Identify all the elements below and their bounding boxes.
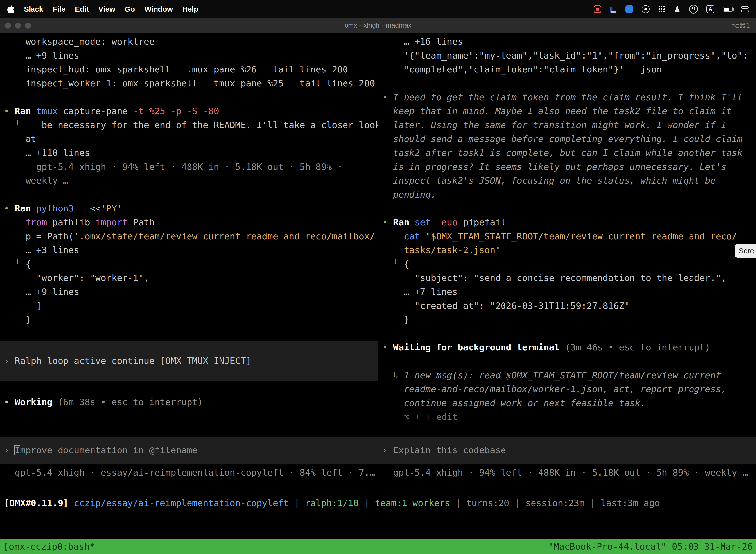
battery-percent-badge[interactable]: 61 [689, 5, 698, 14]
terminal-line [0, 188, 378, 202]
terminal-line: should send a message before completing … [378, 132, 756, 146]
terminal-line: • Ran set -euo pipefail [378, 215, 756, 229]
text-segment: … +9 lines [4, 287, 79, 297]
text-segment: team:1 workers [375, 498, 450, 508]
figure-app-icon[interactable]: ♟ [674, 5, 681, 13]
text-segment: | [585, 498, 601, 508]
menu-go[interactable]: Go [125, 5, 135, 13]
menu-slack[interactable]: Slack [24, 5, 43, 13]
terminal-pane-right[interactable]: … +16 lines '{"team_name":"my-team","tas… [378, 33, 756, 494]
minimize-button[interactable] [15, 22, 21, 29]
terminal-line: weekly … [0, 174, 378, 188]
text-segment: inspect task2's JSON, focusing on the st… [382, 175, 716, 186]
text-segment: ↳ 1 new msg(s): read $OMX_TEAM_STATE_ROO… [382, 370, 727, 380]
menu-edit[interactable]: Edit [75, 5, 89, 13]
app-menus: SlackFileEditViewGoWindowHelp [24, 5, 198, 13]
terminal-line: gpt-5.4 xhigh · 94% left · 488K in · 5.1… [0, 160, 378, 174]
screen-recording-indicator-icon[interactable] [593, 5, 602, 13]
text-segment: (6m 38s • esc to interrupt) [58, 397, 203, 407]
text-segment: I need to get the claim token from the c… [393, 92, 743, 102]
launchpad-grid-icon[interactable] [658, 5, 666, 13]
terminal-line [378, 76, 756, 90]
pane-right-status-line: gpt-5.4 xhigh · 94% left · 488K in · 5.1… [378, 466, 756, 480]
terminal-line: tasks/task-2.json" [378, 243, 756, 257]
terminal-line: … +9 lines [0, 49, 378, 63]
text-segment: readme-and-reco/mailbox/worker-1.json, a… [382, 384, 727, 394]
inline-notice-band: › Ralph loop active continue [OMX_TMUX_I… [0, 340, 378, 381]
input-source-icon[interactable]: A [706, 5, 714, 13]
text-segment: session:23m [525, 498, 584, 508]
terminal-line: is in progress? It seems likely but perh… [378, 160, 756, 174]
text-segment: from [25, 217, 47, 227]
terminal-line [378, 354, 756, 368]
terminal-line: └ be necessary for the end of the README… [0, 118, 378, 132]
text-segment: be necessary for the end of the README. … [42, 120, 378, 130]
text-segment: task2 after task1 is complete, but can I… [382, 148, 743, 158]
text-segment: cat [404, 231, 425, 241]
text-segment: └ [4, 259, 25, 269]
prompt-line[interactable]: › Explain this codebase [378, 443, 756, 457]
text-segment: p = Path( [4, 231, 74, 241]
menu-help[interactable]: Help [182, 5, 198, 13]
menu-view[interactable]: View [99, 5, 115, 13]
text-segment: [OMX#0.11.9] [4, 498, 74, 508]
apple-menu-icon[interactable] [7, 5, 14, 13]
dark-app-icon[interactable] [642, 5, 649, 13]
text-segment: inspect_hud: omx sparkshell --tmux-pane … [4, 64, 348, 74]
zoom-button[interactable] [25, 22, 31, 29]
traffic-lights [0, 22, 31, 29]
text-segment: • [382, 342, 393, 352]
text-segment: • [4, 397, 15, 407]
screen-share-overlay[interactable]: Scre [735, 244, 756, 258]
terminal-line: workspace_mode: worktree [0, 35, 378, 49]
terminal-line: keep that in mind. Maybe I also need the… [378, 104, 756, 118]
tmux-status-bar: [omx-cczip0:bash* "MacBook-Pro-44.local"… [0, 539, 756, 554]
battery-icon[interactable] [723, 7, 733, 12]
text-segment: } [382, 315, 409, 325]
text-segment: … +9 lines [4, 50, 79, 61]
text-segment: Waiting for background terminal [393, 342, 565, 352]
text-segment: cczip/essay/ai-reimplementation-copyleft [74, 498, 289, 508]
tmux-panes: workspace_mode: worktree … +9 lines insp… [0, 33, 756, 494]
prompt-suggestion-left[interactable]: › Improve documentation in @filename [0, 437, 378, 464]
terminal-line: later. Using the same for transition mig… [378, 118, 756, 132]
terminal-line: task2 after task1 is complete, but can I… [378, 146, 756, 160]
text-segment: -euo [431, 217, 458, 227]
keyboard-icon[interactable]: ▦ [610, 5, 617, 13]
text-segment: import [95, 217, 127, 227]
terminal-line: "created_at": "2026-03-31T11:59:27.816Z" [378, 299, 756, 313]
terminal-line: '{"team_name":"my-team","task_id":"1","f… [378, 49, 756, 63]
text-segment: continue assigned work or next feasible … [382, 398, 646, 408]
menu-window[interactable]: Window [144, 5, 173, 13]
terminal-pane-left[interactable]: workspace_mode: worktree … +9 lines insp… [0, 33, 378, 494]
text-segment: ralph:1/10 [305, 498, 359, 508]
battery-fill [724, 8, 729, 11]
omx-status-line: [OMX#0.11.9] cczip/essay/ai-reimplementa… [0, 496, 660, 510]
terminal-line: … +9 lines [0, 285, 378, 299]
terminal-line: readme-and-reco/mailbox/worker-1.json, a… [378, 382, 756, 396]
text-segment: last:3m ago [601, 498, 660, 508]
blue-app-icon[interactable]: ~ [625, 5, 633, 13]
text-segment: Working [15, 397, 58, 407]
menu-file[interactable]: File [53, 5, 65, 13]
window-title-bar[interactable]: omx --xhigh --madmax ⌥⌘1 [0, 18, 756, 33]
terminal-line: › Ralph loop active continue [OMX_TMUX_I… [0, 354, 378, 368]
close-button[interactable] [5, 22, 11, 29]
text-segment: | [289, 498, 305, 508]
window-title: omx --xhigh --madmax [0, 21, 756, 29]
text-segment: python3 [36, 203, 74, 214]
window-shortcut-hint: ⌥⌘1 [732, 21, 756, 29]
text-segment: - << [74, 203, 101, 214]
prompt-line[interactable]: › Improve documentation in @filename [0, 443, 378, 457]
battery-tip [733, 8, 734, 11]
bottom-gap [0, 512, 756, 539]
text-segment: } [4, 315, 31, 325]
prompt-suggestion-right[interactable]: › Explain this codebase [378, 437, 756, 464]
text-segment: • [4, 106, 15, 116]
terminal-line: inspect_worker-1: omx sparkshell --tmux-… [0, 76, 378, 90]
control-center-icon[interactable] [741, 6, 749, 12]
terminal-line: continue assigned work or next feasible … [378, 396, 756, 410]
terminal-line [378, 202, 756, 215]
terminal-line: … +16 lines [378, 35, 756, 49]
text-segment: Ran [15, 203, 36, 214]
